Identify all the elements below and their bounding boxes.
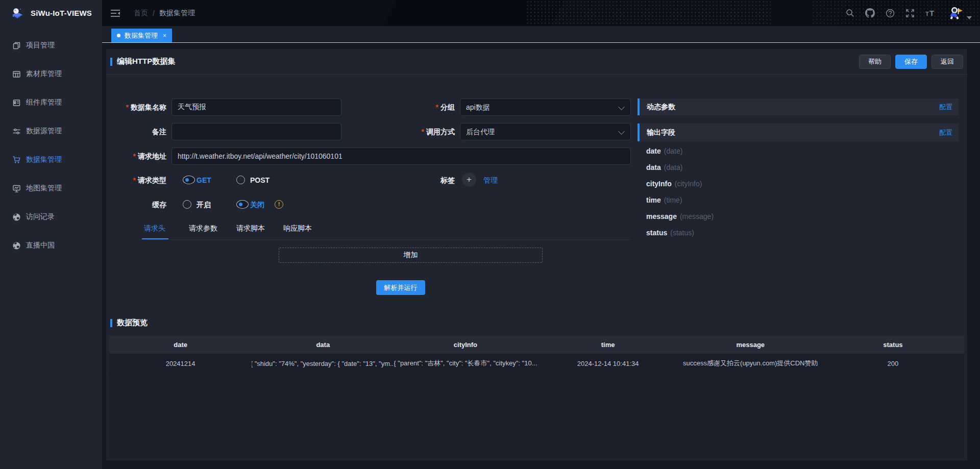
cell-data: { "shidu": "74%", "yesterday": { "date":… bbox=[252, 354, 394, 373]
output-fields-header: 输出字段 配置 bbox=[638, 124, 959, 141]
tab-active-dot bbox=[117, 34, 120, 37]
group-select-value: api数据 bbox=[466, 103, 490, 111]
cell-time: 2024-12-14 10:41:34 bbox=[537, 354, 679, 373]
tags-label: 标签 bbox=[383, 171, 455, 189]
sidebar-menu: 项目管理 素材库管理 组件库管理 数据源管理 数据集管理 地图集管理 bbox=[0, 26, 102, 260]
panel-header: 编辑HTTP数据集 帮助 保存 返回 bbox=[106, 49, 967, 75]
output-fields-config-link[interactable]: 配置 bbox=[939, 128, 952, 137]
dynamic-params-title: 动态参数 bbox=[647, 103, 675, 112]
column-header-message: message bbox=[679, 336, 822, 354]
top-header: 首页 / 数据集管理 TT bbox=[102, 0, 980, 26]
github-icon[interactable] bbox=[865, 8, 875, 18]
cell-date: 20241214 bbox=[109, 354, 252, 373]
tab-label: 数据集管理 bbox=[125, 31, 158, 40]
title-accent-bar bbox=[110, 58, 112, 66]
help-icon[interactable] bbox=[886, 9, 895, 18]
output-fields-title: 输出字段 bbox=[647, 128, 675, 137]
radio-cache-off-label[interactable]: 关闭 bbox=[250, 196, 264, 213]
breadcrumb-current: 数据集管理 bbox=[159, 9, 195, 18]
preview-title: 数据预览 bbox=[117, 318, 148, 328]
parse-and-run-button[interactable]: 解析并运行 bbox=[376, 280, 425, 295]
tab-dataset-management[interactable]: 数据集管理 × bbox=[111, 29, 172, 42]
chevron-down-icon bbox=[618, 104, 625, 110]
sidebar-item-access-log[interactable]: 访问记录 bbox=[0, 203, 102, 231]
user-menu[interactable] bbox=[947, 5, 972, 21]
output-field-time: time(time) bbox=[646, 195, 682, 205]
request-type-label: *请求类型 bbox=[106, 171, 166, 189]
breadcrumb: 首页 / 数据集管理 bbox=[134, 9, 195, 18]
output-field-data: data(data) bbox=[646, 163, 682, 172]
preview-table-header: date data cityInfo time message status bbox=[109, 336, 964, 354]
tab-request-headers[interactable]: 请求头 bbox=[144, 224, 165, 233]
request-url-label: *请求地址 bbox=[106, 147, 166, 165]
sidebar-item-label: 数据集管理 bbox=[26, 155, 62, 164]
globe-icon bbox=[12, 241, 21, 250]
chevron-down-icon bbox=[967, 16, 972, 21]
sidebar-item-label: 组件库管理 bbox=[26, 98, 62, 107]
invoke-mode-select[interactable]: 后台代理 bbox=[460, 123, 631, 140]
help-button[interactable]: 帮助 bbox=[859, 55, 891, 69]
logo-row[interactable]: SiWu-IoT-VIEWS bbox=[0, 0, 102, 26]
radio-cache-on-label[interactable]: 开启 bbox=[197, 196, 211, 213]
tab-request-params[interactable]: 请求参数 bbox=[189, 224, 217, 233]
radio-cache-on[interactable] bbox=[183, 200, 191, 209]
cache-warning-icon: ! bbox=[275, 200, 283, 209]
radio-get-label[interactable]: GET bbox=[197, 171, 211, 189]
column-header-date: date bbox=[109, 336, 252, 354]
tab-close-icon[interactable]: × bbox=[163, 32, 166, 39]
edit-http-dataset-panel: 编辑HTTP数据集 帮助 保存 返回 *数据集名称 *分组 api数据 备注 *… bbox=[106, 49, 967, 460]
sidebar-item-dataset[interactable]: 数据集管理 bbox=[0, 145, 102, 174]
sidebar-item-datasource[interactable]: 数据源管理 bbox=[0, 117, 102, 145]
collapse-sidebar-icon[interactable] bbox=[110, 9, 120, 18]
title-accent-bar bbox=[110, 319, 112, 327]
radio-post-label[interactable]: POST bbox=[250, 171, 270, 189]
fullscreen-icon[interactable] bbox=[905, 9, 915, 18]
sidebar-item-live-china[interactable]: 直播中国 bbox=[0, 231, 102, 260]
remark-input[interactable] bbox=[172, 123, 341, 140]
screen: SiWu-IoT-VIEWS 项目管理 素材库管理 组件库管理 数据源管理 数据… bbox=[0, 0, 980, 469]
add-row-button[interactable]: 增加 bbox=[279, 248, 543, 263]
preview-title-wrap: 数据预览 bbox=[110, 318, 148, 328]
globe-icon bbox=[12, 213, 21, 221]
cell-message: success感谢又拍云(upyun.com)提供CDN赞助 bbox=[679, 354, 822, 373]
svg-text:T: T bbox=[925, 11, 929, 17]
table-row[interactable]: 20241214 { "shidu": "74%", "yesterday": … bbox=[109, 354, 964, 374]
sidebar-item-label: 直播中国 bbox=[26, 241, 55, 250]
sidebar-item-material[interactable]: 素材库管理 bbox=[0, 60, 102, 88]
dynamic-params-header: 动态参数 配置 bbox=[638, 98, 959, 115]
open-tabs-bar: 数据集管理 × bbox=[102, 26, 980, 43]
manage-tags-link[interactable]: 管理 bbox=[483, 171, 498, 189]
chevron-down-icon bbox=[618, 128, 625, 135]
column-header-status: status bbox=[822, 336, 964, 354]
breadcrumb-home[interactable]: 首页 bbox=[134, 9, 148, 18]
font-size-icon[interactable]: TT bbox=[925, 9, 937, 18]
radio-get[interactable] bbox=[183, 176, 195, 184]
add-tag-button[interactable]: + bbox=[462, 172, 476, 187]
avatar bbox=[947, 5, 964, 21]
column-header-data: data bbox=[252, 336, 394, 354]
group-select[interactable]: api数据 bbox=[460, 98, 631, 116]
sidebar-item-label: 地图集管理 bbox=[26, 184, 62, 193]
tab-response-script[interactable]: 响应脚本 bbox=[283, 224, 312, 233]
radio-cache-off[interactable] bbox=[236, 200, 249, 209]
cell-cityinfo: { "parent": "吉林", "city": "长春市", "cityke… bbox=[394, 354, 536, 373]
preview-table-body: 20241214 { "shidu": "74%", "yesterday": … bbox=[109, 354, 964, 458]
tab-request-script[interactable]: 请求脚本 bbox=[236, 224, 265, 233]
cache-label: 缓存 bbox=[106, 196, 166, 213]
svg-text:T: T bbox=[929, 9, 934, 17]
back-button[interactable]: 返回 bbox=[932, 55, 963, 69]
radio-post[interactable] bbox=[236, 176, 245, 184]
invoke-mode-label: *调用方式 bbox=[383, 123, 455, 140]
sidebar-item-component[interactable]: 组件库管理 bbox=[0, 88, 102, 117]
invoke-mode-select-value: 后台代理 bbox=[466, 128, 495, 136]
dynamic-params-config-link[interactable]: 配置 bbox=[939, 103, 952, 112]
sidebar-item-atlas[interactable]: 地图集管理 bbox=[0, 174, 102, 203]
table-icon bbox=[12, 70, 21, 79]
save-button[interactable]: 保存 bbox=[895, 55, 927, 69]
request-url-input[interactable] bbox=[172, 147, 631, 165]
sidebar-item-label: 访问记录 bbox=[26, 212, 55, 221]
dataset-name-input[interactable] bbox=[172, 98, 341, 116]
sidebar-item-project[interactable]: 项目管理 bbox=[0, 31, 102, 60]
output-field-date: date(date) bbox=[646, 146, 682, 156]
search-icon[interactable] bbox=[846, 9, 854, 17]
